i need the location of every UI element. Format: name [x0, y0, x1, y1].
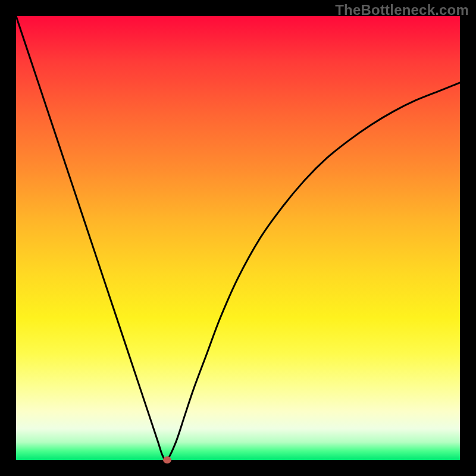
watermark-text: TheBottleneck.com	[335, 2, 469, 18]
chart-frame: TheBottleneck.com	[0, 0, 476, 476]
minimum-marker	[163, 456, 171, 464]
curve-svg	[16, 16, 460, 460]
bottleneck-curve	[16, 16, 460, 460]
plot-area	[16, 16, 460, 460]
